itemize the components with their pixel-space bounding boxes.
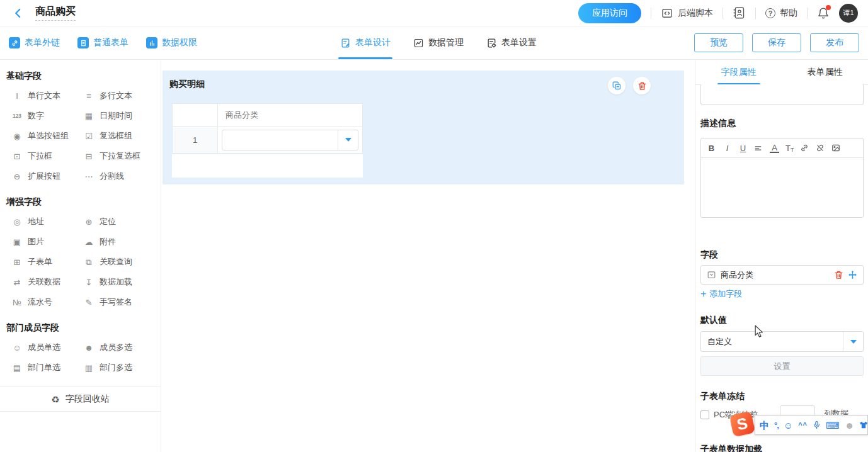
field-item-address[interactable]: ◎地址 xyxy=(11,212,83,232)
ime-mic-icon[interactable] xyxy=(813,421,821,429)
field-item-label: 附件 xyxy=(100,236,116,247)
field-item-linked-query[interactable]: ⧉关联查询 xyxy=(83,252,161,272)
normal-form-button[interactable]: 普通表单 xyxy=(77,37,128,48)
font-size-icon[interactable]: TT xyxy=(785,144,794,153)
unlink-icon[interactable] xyxy=(816,144,825,152)
link-icon[interactable] xyxy=(800,144,809,152)
form-external-link-button[interactable]: 表单外链 xyxy=(9,37,60,48)
field-item-member-multi[interactable]: ☻成员多选 xyxy=(83,337,161,358)
app-header: 商品购买 应用访问 后端脚本 ? 帮助 谭1 xyxy=(0,0,868,26)
field-item-data-load[interactable]: ↧数据加载 xyxy=(83,272,161,292)
field-item-select[interactable]: ⊡下拉框 xyxy=(11,146,83,166)
settings-button[interactable]: 设置 xyxy=(700,356,864,376)
font-size-large: T xyxy=(785,144,791,153)
default-value-label: 默认值 xyxy=(700,315,727,326)
tab-form-settings[interactable]: 表单设置 xyxy=(486,26,537,59)
description-label: 描述信息 xyxy=(700,118,736,129)
org-directory-button[interactable] xyxy=(733,6,746,20)
delete-field-icon[interactable] xyxy=(834,270,843,280)
field-item-label: 数据加载 xyxy=(100,276,132,288)
avatar[interactable]: 谭1 xyxy=(839,4,858,23)
ime-keyboard-icon[interactable]: ⌨ xyxy=(826,421,840,430)
field-item-number[interactable]: 123数字 xyxy=(11,106,83,126)
field-list-item[interactable]: 商品分类 xyxy=(700,265,864,285)
field-item-datetime[interactable]: ▦日期时间 xyxy=(83,106,161,126)
bold-icon[interactable]: B xyxy=(707,144,716,153)
publish-button[interactable]: 发布 xyxy=(810,33,859,52)
field-item-location[interactable]: ⊕定位 xyxy=(83,212,161,232)
field-recycle-bin[interactable]: ♻ 字段回收站 xyxy=(0,387,161,412)
field-item-dept-multi[interactable]: ▥部门多选 xyxy=(83,358,161,378)
ime-chinese-mode-icon[interactable]: 中 xyxy=(760,421,769,430)
add-field-button[interactable]: + 添加字段 xyxy=(700,288,742,300)
data-permission-label: 数据权限 xyxy=(162,37,197,48)
description-textarea[interactable] xyxy=(701,158,863,217)
align-icon[interactable] xyxy=(754,144,763,152)
subform-title: 购买明细 xyxy=(169,79,205,90)
extend-button-icon: ⊖ xyxy=(11,172,23,181)
delete-widget-button[interactable] xyxy=(633,77,651,94)
field-item-serial-number[interactable]: №流水号 xyxy=(11,292,83,312)
page-title[interactable]: 商品购买 xyxy=(35,6,76,21)
field-item-checkbox-group[interactable]: ☑复选框组 xyxy=(83,126,161,146)
underline-icon[interactable]: U xyxy=(738,144,748,153)
subform-icon: ⊞ xyxy=(11,258,23,266)
ime-emoji-icon[interactable]: ☺ xyxy=(784,421,793,430)
ime-skin-icon[interactable] xyxy=(859,421,868,429)
data-permission-button[interactable]: 数据权限 xyxy=(146,37,197,48)
dept-single-icon: ▤ xyxy=(11,364,23,372)
copy-widget-button[interactable] xyxy=(608,77,625,94)
rich-text-toolbar: B I U A TT xyxy=(701,138,863,158)
chevron-down-icon xyxy=(850,340,857,344)
divider xyxy=(722,8,723,19)
back-button[interactable] xyxy=(10,5,26,21)
field-item-label: 数字 xyxy=(28,110,44,121)
enhanced-field-items: ◎地址 ⊕定位 ▣图片 ☁附件 ⊞子表单 ⧉关联查询 ⇄关联数据 ↧数据加载 №… xyxy=(0,212,161,312)
properties-panel: 字段属性 表单属性 描述信息 B I U A TT xyxy=(695,60,868,452)
field-item-divider[interactable]: ⋯分割线 xyxy=(83,166,161,186)
field-item-signature[interactable]: ✎手写签名 xyxy=(83,292,161,312)
italic-icon[interactable]: I xyxy=(722,144,732,153)
field-title-input[interactable] xyxy=(700,84,864,105)
move-field-icon[interactable] xyxy=(848,270,857,280)
field-item-member-single[interactable]: ☺成员单选 xyxy=(11,337,83,358)
category-select[interactable] xyxy=(222,130,358,150)
save-button[interactable]: 保存 xyxy=(752,33,801,52)
field-item-subform[interactable]: ⊞子表单 xyxy=(11,252,83,272)
tab-form-design-label: 表单设计 xyxy=(355,37,391,48)
ime-profile-icon[interactable]: ☻ xyxy=(845,421,855,430)
divider-icon: ⋯ xyxy=(83,172,94,181)
preview-button[interactable]: 预览 xyxy=(694,33,743,52)
tab-form-properties[interactable]: 表单属性 xyxy=(782,60,868,84)
question-icon: ? xyxy=(765,8,775,18)
insert-image-icon[interactable] xyxy=(831,144,841,152)
ime-logo[interactable]: S xyxy=(729,411,756,438)
field-item-label: 部门单选 xyxy=(28,362,60,373)
ime-strip: 中 °, ☺ ^^ ⌨ ☻ xyxy=(755,415,868,435)
field-item-multi-select[interactable]: ⊟下拉复选框 xyxy=(83,146,161,166)
field-item-label: 关联数据 xyxy=(28,276,60,288)
dept-multi-icon: ▥ xyxy=(83,364,94,372)
app-access-button[interactable]: 应用访问 xyxy=(578,3,641,23)
field-item-multi-text[interactable]: ≡多行文本 xyxy=(83,86,161,106)
help-button[interactable]: ? 帮助 xyxy=(765,8,797,19)
tab-field-properties[interactable]: 字段属性 xyxy=(695,60,782,84)
field-item-extend-button[interactable]: ⊖扩展按钮 xyxy=(11,166,83,186)
default-value-select[interactable]: 自定义 xyxy=(700,331,864,352)
field-item-linked-data[interactable]: ⇄关联数据 xyxy=(11,272,83,292)
ime-punctuation-icon[interactable]: °, xyxy=(774,421,779,429)
freeze-checkbox[interactable] xyxy=(700,410,709,419)
field-item-single-text[interactable]: I单行文本 xyxy=(11,86,83,106)
notifications-button[interactable] xyxy=(817,7,830,20)
field-item-attachment[interactable]: ☁附件 xyxy=(83,232,161,252)
field-item-image[interactable]: ▣图片 xyxy=(11,232,83,252)
ime-expression-icon[interactable]: ^^ xyxy=(798,422,808,429)
font-color-icon[interactable]: A xyxy=(770,144,779,153)
tab-form-design[interactable]: 表单设计 xyxy=(340,26,391,59)
tab-data-manage[interactable]: 数据管理 xyxy=(413,26,464,59)
field-item-radio-group[interactable]: ◉单选按钮组 xyxy=(11,126,83,146)
subform-widget-selected[interactable]: 购买明细 商品分类 1 xyxy=(163,71,684,184)
field-item-dept-single[interactable]: ▤部门单选 xyxy=(11,358,83,378)
field-item-label: 单行文本 xyxy=(28,90,60,101)
backend-script-button[interactable]: 后端脚本 xyxy=(661,7,713,20)
